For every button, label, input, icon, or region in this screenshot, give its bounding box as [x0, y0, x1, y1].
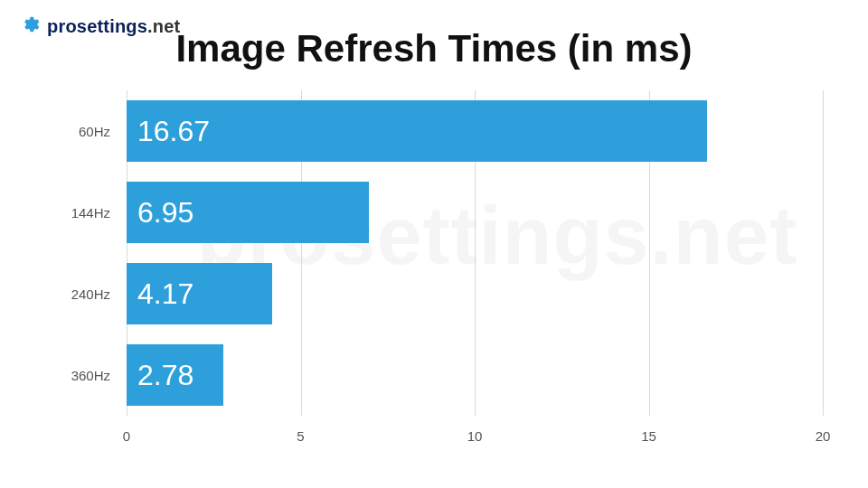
x-tick: 0 — [123, 428, 130, 444]
plot-area: 16.676.954.172.78 — [127, 90, 823, 416]
chart-title: Image Refresh Times (in ms) — [0, 27, 868, 70]
bar: 6.95 — [127, 182, 369, 243]
x-tick: 20 — [816, 428, 831, 444]
page: prosettings.net Image Refresh Times (in … — [0, 0, 868, 488]
bar: 16.67 — [127, 100, 707, 162]
x-tick: 10 — [467, 428, 483, 444]
bar-value-label: 6.95 — [137, 196, 193, 230]
x-tick: 15 — [641, 428, 656, 444]
y-tick: 144Hz — [71, 205, 110, 221]
x-tick: 5 — [297, 428, 304, 444]
y-axis-labels: 60Hz144Hz240Hz360Hz — [0, 90, 127, 416]
y-tick: 240Hz — [71, 286, 110, 302]
y-tick: 360Hz — [71, 368, 110, 383]
y-tick: 60Hz — [79, 124, 110, 139]
bar-value-label: 4.17 — [137, 277, 193, 311]
bar-value-label: 16.67 — [137, 115, 210, 148]
x-axis: 05101520 — [127, 418, 823, 454]
gridline — [823, 90, 824, 416]
bar: 4.17 — [127, 263, 272, 324]
bar-value-label: 2.78 — [137, 359, 193, 392]
bar: 2.78 — [127, 344, 223, 406]
bars: 16.676.954.172.78 — [127, 90, 823, 416]
